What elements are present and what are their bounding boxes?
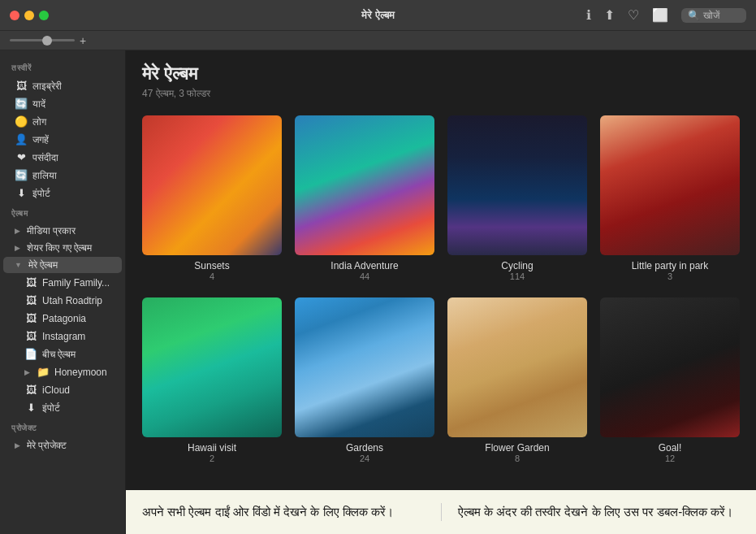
- album-count-cycling: 114: [510, 271, 525, 281]
- sidebar-label-utah: Utah Roadtrip: [42, 295, 114, 306]
- sidebar-label-shared: शेयर किए गए ऐल्बम: [27, 242, 114, 254]
- album-thumb-india: [295, 115, 434, 255]
- annotation-left: अपने सभी ऐल्बम दाईं ओर विंडो में देखने क…: [142, 503, 442, 522]
- album-item-hawaii[interactable]: Hawaii visit 2: [142, 297, 282, 463]
- sidebar-section-photos: तस्वीरें: [0, 57, 125, 76]
- sidebar-item-shared-albums[interactable]: ▶ शेयर किए गए ऐल्बम: [3, 240, 122, 256]
- chevron-right-icon-4: ▶: [15, 441, 20, 449]
- import2-icon: ⬇: [24, 402, 37, 414]
- sidebar-section-projects: प्रोजेक्ट: [0, 417, 125, 436]
- sidebar-item-beach[interactable]: 📄 बीच ऐल्बम: [3, 345, 122, 363]
- sidebar-label-places: जगहें: [32, 134, 114, 145]
- sidebar-label-people: लोग: [32, 116, 114, 128]
- album-name-party: Little party in park: [632, 260, 709, 271]
- annotation-area: अपने सभी ऐल्बम दाईं ओर विंडो में देखने क…: [126, 490, 756, 535]
- titlebar: मेरे ऐल्बम ℹ ⬆ ♡ ⬜ 🔍 खोजें: [0, 0, 756, 31]
- window-title: मेरे ऐल्बम: [361, 9, 395, 22]
- album-thumb-sunsets: [142, 115, 282, 255]
- sidebar-item-my-albums[interactable]: ▼ मेरे ऐल्बम: [3, 257, 122, 273]
- album-count-gardens: 24: [360, 454, 369, 463]
- sidebar-item-honeymoon[interactable]: ▶ 📁 Honeymoon: [3, 363, 122, 380]
- annotation-left-text: अपने सभी ऐल्बम दाईं ओर विंडो में देखने क…: [142, 503, 425, 522]
- sidebar-item-places[interactable]: 👤 जगहें: [3, 131, 122, 148]
- page-subtitle: 47 ऐल्बम, 3 फोल्डर: [142, 88, 740, 99]
- sidebar-item-favorites[interactable]: ❤ पसंदीदा: [3, 149, 122, 166]
- sidebar-item-import2[interactable]: ⬇ इंपोर्ट: [3, 399, 122, 416]
- sidebar-item-import[interactable]: ⬇ इंपोर्ट: [3, 185, 122, 202]
- sidebar-item-patagonia[interactable]: 🖼 Patagonia: [3, 310, 122, 327]
- sidebar-label-family: Family Family...: [42, 277, 114, 289]
- album-name-goal: Goal!: [659, 442, 682, 454]
- album-name-india: India Adventure: [330, 260, 398, 271]
- sidebar-label-icloud: iCloud: [42, 384, 114, 396]
- heart-icon[interactable]: ♡: [628, 7, 639, 23]
- sidebar-label-memories: यादें: [32, 98, 114, 110]
- sidebar-item-instagram[interactable]: 🖼 Instagram: [3, 328, 122, 345]
- album-count-party: 3: [667, 271, 672, 281]
- close-button[interactable]: [10, 11, 19, 20]
- album-thumb-flower: [447, 297, 587, 437]
- sidebar-item-media-type[interactable]: ▶ मीडिया प्रकार: [3, 223, 122, 239]
- import-icon: ⬇: [15, 187, 28, 199]
- album-item-gardens[interactable]: Gardens 24: [295, 297, 434, 463]
- minimize-button[interactable]: [24, 11, 34, 20]
- album-item-flower[interactable]: Flower Garden 8: [447, 297, 587, 463]
- chevron-down-icon: ▼: [15, 261, 22, 269]
- album-item-party[interactable]: Little party in park 3: [600, 115, 740, 281]
- search-icon: 🔍: [688, 10, 700, 21]
- sidebar-item-memories[interactable]: 🔄 यादें: [3, 95, 122, 112]
- album-thumb-cycling: [447, 115, 587, 255]
- share-icon[interactable]: ⬆: [604, 7, 615, 23]
- fullscreen-button[interactable]: [39, 11, 49, 20]
- search-box[interactable]: 🔍 खोजें: [681, 8, 746, 23]
- sidebar-item-utah[interactable]: 🖼 Utah Roadtrip: [3, 292, 122, 309]
- sidebar-label-recent: हालिया: [32, 170, 114, 181]
- info-icon[interactable]: ℹ: [586, 7, 591, 23]
- chevron-right-icon-2: ▶: [15, 244, 20, 252]
- sidebar-item-my-projects[interactable]: ▶ मेरे प्रोजेक्ट: [3, 437, 122, 454]
- sidebar-item-recent[interactable]: 🔄 हालिया: [3, 167, 122, 184]
- instagram-album-icon: 🖼: [24, 330, 37, 342]
- favorites-icon: ❤: [15, 151, 28, 163]
- album-thumb-gardens: [295, 297, 434, 437]
- places-icon: 👤: [15, 133, 28, 145]
- box-icon[interactable]: ⬜: [652, 7, 668, 23]
- sidebar-label-favorites: पसंदीदा: [32, 152, 114, 163]
- traffic-lights: [10, 11, 49, 20]
- people-icon: 🟡: [15, 115, 28, 128]
- sidebar-label-patagonia: Patagonia: [42, 313, 114, 324]
- content-area: मेरे ऐल्बम 47 ऐल्बम, 3 फोल्डर Sunsets 4 …: [126, 50, 756, 490]
- album-grid: Sunsets 4 India Adventure 44 Cycling 114…: [142, 115, 740, 463]
- album-item-india[interactable]: India Adventure 44: [295, 115, 434, 281]
- album-item-goal[interactable]: Goal! 12: [600, 297, 740, 463]
- album-name-cycling: Cycling: [501, 260, 533, 271]
- sidebar-label-my-albums: मेरे ऐल्बम: [28, 259, 114, 271]
- zoom-slider[interactable]: [10, 39, 75, 41]
- album-item-cycling[interactable]: Cycling 114: [447, 115, 587, 281]
- honeymoon-folder-icon: 📁: [37, 366, 50, 378]
- sidebar-label-beach: बीच ऐल्बम: [42, 349, 114, 360]
- sidebar-item-icloud[interactable]: 🖼 iCloud: [3, 381, 122, 398]
- page-title: मेरे ऐल्बम: [142, 63, 740, 85]
- sidebar-item-people[interactable]: 🟡 लोग: [3, 113, 122, 130]
- album-name-gardens: Gardens: [346, 442, 383, 454]
- sidebar-label-my-projects: मेरे प्रोजेक्ट: [27, 440, 114, 451]
- family-album-icon: 🖼: [24, 276, 37, 289]
- album-count-flower: 8: [515, 454, 520, 463]
- album-name-hawaii: Hawaii visit: [188, 442, 236, 454]
- recent-icon: 🔄: [15, 169, 28, 181]
- album-count-goal: 12: [665, 454, 675, 463]
- utah-album-icon: 🖼: [24, 294, 37, 306]
- album-thumb-hawaii: [142, 297, 282, 437]
- zoom-plus-icon[interactable]: +: [80, 34, 86, 47]
- sidebar-label-library: लाइब्रेरी: [32, 80, 114, 92]
- sidebar-item-library[interactable]: 🖼 लाइब्रेरी: [3, 77, 122, 94]
- sidebar-label-instagram: Instagram: [42, 331, 114, 342]
- album-thumb-party: [600, 115, 740, 255]
- album-item-sunsets[interactable]: Sunsets 4: [142, 115, 282, 281]
- slider-bar: +: [0, 31, 756, 50]
- sidebar-item-family[interactable]: 🖼 Family Family...: [3, 274, 122, 291]
- chevron-right-icon: ▶: [15, 227, 20, 235]
- icloud-album-icon: 🖼: [24, 384, 37, 396]
- sidebar-label-media-type: मीडिया प्रकार: [27, 225, 114, 237]
